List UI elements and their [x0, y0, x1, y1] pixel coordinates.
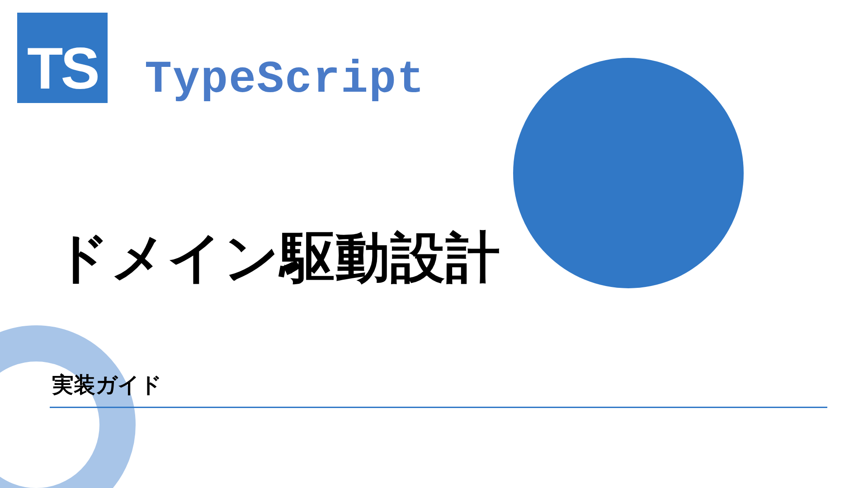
page-title: ドメイン駆動設計	[54, 221, 501, 295]
language-label: TypeScript	[145, 54, 425, 105]
logo-text: TS	[27, 39, 98, 98]
divider	[50, 407, 827, 408]
page-subtitle: 実装ガイド	[52, 371, 162, 399]
typescript-logo: TS	[17, 13, 108, 103]
decorative-circle	[513, 58, 744, 288]
